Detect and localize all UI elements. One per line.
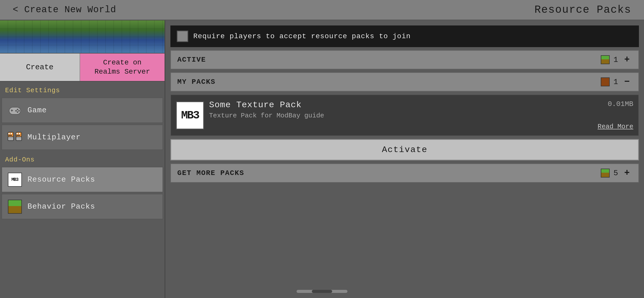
read-more-button[interactable]: Read More bbox=[598, 123, 633, 130]
behavior-packs-icon bbox=[7, 199, 22, 214]
svg-rect-12 bbox=[16, 132, 22, 137]
svg-point-4 bbox=[18, 110, 20, 112]
my-packs-label: MY PACKS bbox=[177, 78, 215, 86]
sidebar-item-multiplayer[interactable]: Multiplayer bbox=[2, 125, 163, 150]
world-image bbox=[0, 20, 165, 53]
right-panel: Require players to accept resource packs… bbox=[165, 20, 644, 298]
get-more-packs-header[interactable]: GET MORE PACKS 5 + bbox=[170, 164, 639, 183]
svg-rect-15 bbox=[17, 135, 20, 136]
resource-packs-icon: MB3 bbox=[7, 172, 22, 187]
my-packs-remove-button[interactable]: − bbox=[622, 77, 632, 87]
pack-icon: MB3 bbox=[176, 101, 204, 129]
sidebar-item-behavior-packs[interactable]: Behavior Packs bbox=[2, 194, 163, 219]
controller-icon bbox=[7, 103, 22, 118]
multiplayer-label: Multiplayer bbox=[27, 133, 81, 142]
svg-rect-8 bbox=[8, 133, 10, 134]
svg-rect-11 bbox=[8, 137, 13, 141]
pack-name: Some Texture Pack bbox=[209, 100, 302, 110]
back-button[interactable]: < Create New World bbox=[13, 5, 116, 15]
action-buttons: Create Create on Realms Server bbox=[0, 53, 165, 82]
svg-rect-2 bbox=[11, 110, 12, 112]
active-right: 1 + bbox=[601, 55, 632, 65]
multiplayer-icon bbox=[7, 130, 22, 145]
require-label: Require players to accept resource packs… bbox=[193, 32, 411, 40]
my-packs-count: 1 bbox=[613, 78, 618, 86]
sidebar-item-game[interactable]: Game bbox=[2, 98, 163, 123]
pack-info: Some Texture Pack 0.01MB Texture Pack fo… bbox=[209, 100, 633, 130]
svg-rect-7 bbox=[8, 132, 13, 137]
my-packs-section-header[interactable]: MY PACKS 1 − bbox=[170, 72, 639, 91]
get-more-count: 5 bbox=[613, 169, 618, 178]
svg-rect-16 bbox=[16, 137, 22, 141]
svg-point-5 bbox=[15, 110, 17, 112]
get-more-packs-label: GET MORE PACKS bbox=[177, 169, 244, 177]
pack-description: Texture Pack for ModBay guide bbox=[209, 112, 633, 119]
edit-settings-label: Edit Settings bbox=[0, 82, 165, 97]
active-label: ACTIVE bbox=[177, 56, 206, 64]
create-realms-button[interactable]: Create on Realms Server bbox=[80, 53, 165, 81]
scrollbar-thumb[interactable] bbox=[312, 290, 332, 293]
svg-rect-9 bbox=[11, 133, 12, 134]
pack-size: 0.01MB bbox=[608, 100, 633, 108]
activate-button[interactable]: Activate bbox=[170, 139, 639, 160]
svg-rect-13 bbox=[17, 133, 18, 134]
scrollbar[interactable] bbox=[297, 290, 347, 293]
addons-label: Add-Ons bbox=[0, 151, 165, 166]
resource-packs-label: Resource Packs bbox=[27, 175, 95, 184]
main-layout: Create Create on Realms Server Edit Sett… bbox=[0, 20, 644, 298]
create-button[interactable]: Create bbox=[0, 53, 80, 81]
get-more-grass-icon bbox=[601, 169, 610, 178]
svg-rect-10 bbox=[8, 135, 12, 136]
active-section-header[interactable]: ACTIVE 1 + bbox=[170, 50, 639, 69]
page-title: Resource Packs bbox=[534, 4, 631, 16]
active-count: 1 bbox=[613, 56, 618, 64]
sidebar-item-resource-packs[interactable]: MB3 Resource Packs bbox=[2, 167, 163, 192]
require-row: Require players to accept resource packs… bbox=[170, 25, 639, 47]
svg-point-3 bbox=[17, 109, 18, 110]
require-checkbox[interactable] bbox=[177, 31, 188, 42]
active-add-button[interactable]: + bbox=[622, 55, 632, 65]
svg-point-6 bbox=[17, 111, 18, 113]
pack-item: MB3 Some Texture Pack 0.01MB Texture Pac… bbox=[170, 94, 639, 136]
my-packs-book-icon bbox=[601, 77, 610, 86]
top-bar: < Create New World Resource Packs bbox=[0, 0, 644, 20]
get-more-right: 5 + bbox=[601, 168, 632, 178]
left-panel: Create Create on Realms Server Edit Sett… bbox=[0, 20, 165, 298]
my-packs-right: 1 − bbox=[601, 77, 632, 87]
pack-name-row: Some Texture Pack 0.01MB bbox=[209, 100, 633, 110]
behavior-packs-label: Behavior Packs bbox=[27, 202, 95, 211]
game-label: Game bbox=[27, 106, 47, 115]
active-grass-icon bbox=[601, 55, 610, 64]
pack-logo-text: MB3 bbox=[181, 109, 199, 122]
svg-rect-14 bbox=[19, 133, 20, 134]
world-image-blocks bbox=[0, 20, 165, 53]
get-more-add-button[interactable]: + bbox=[622, 168, 632, 178]
